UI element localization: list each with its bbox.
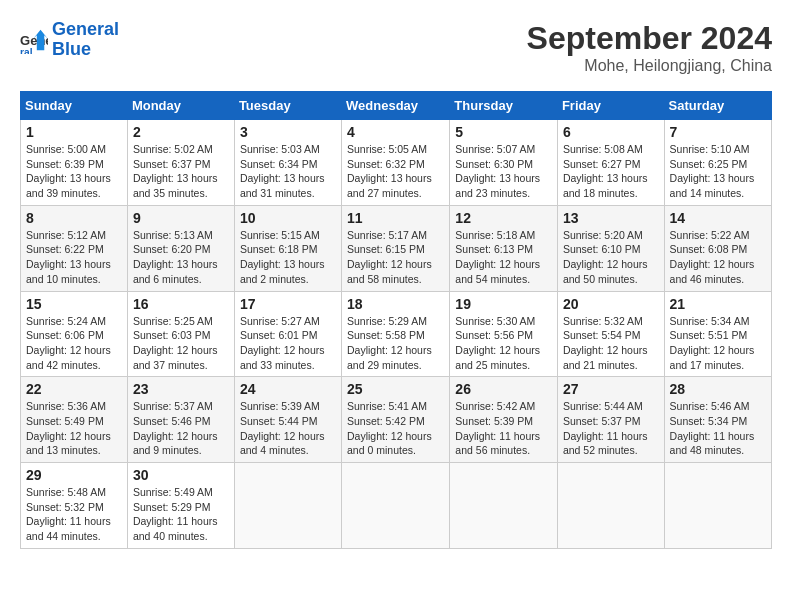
day-info: Sunrise: 5:41 AMSunset: 5:42 PMDaylight:… xyxy=(347,399,444,458)
calendar-week-4: 22 Sunrise: 5:36 AMSunset: 5:49 PMDaylig… xyxy=(21,377,772,463)
day-info: Sunrise: 5:32 AMSunset: 5:54 PMDaylight:… xyxy=(563,314,659,373)
location: Mohe, Heilongjiang, China xyxy=(527,57,772,75)
day-number: 16 xyxy=(133,296,229,312)
calendar-week-3: 15 Sunrise: 5:24 AMSunset: 6:06 PMDaylig… xyxy=(21,291,772,377)
day-number: 9 xyxy=(133,210,229,226)
day-number: 26 xyxy=(455,381,552,397)
day-number: 30 xyxy=(133,467,229,483)
calendar-cell xyxy=(234,463,341,549)
day-info: Sunrise: 5:24 AMSunset: 6:06 PMDaylight:… xyxy=(26,314,122,373)
calendar-cell: 28 Sunrise: 5:46 AMSunset: 5:34 PMDaylig… xyxy=(664,377,771,463)
weekday-row: Sunday Monday Tuesday Wednesday Thursday… xyxy=(21,92,772,120)
day-number: 28 xyxy=(670,381,766,397)
day-info: Sunrise: 5:36 AMSunset: 5:49 PMDaylight:… xyxy=(26,399,122,458)
calendar-cell: 7 Sunrise: 5:10 AMSunset: 6:25 PMDayligh… xyxy=(664,120,771,206)
day-number: 6 xyxy=(563,124,659,140)
calendar-cell: 29 Sunrise: 5:48 AMSunset: 5:32 PMDaylig… xyxy=(21,463,128,549)
calendar-cell: 13 Sunrise: 5:20 AMSunset: 6:10 PMDaylig… xyxy=(557,205,664,291)
calendar-cell: 30 Sunrise: 5:49 AMSunset: 5:29 PMDaylig… xyxy=(127,463,234,549)
day-info: Sunrise: 5:03 AMSunset: 6:34 PMDaylight:… xyxy=(240,142,336,201)
calendar-week-1: 1 Sunrise: 5:00 AMSunset: 6:39 PMDayligh… xyxy=(21,120,772,206)
calendar-cell xyxy=(664,463,771,549)
calendar-cell xyxy=(342,463,450,549)
col-saturday: Saturday xyxy=(664,92,771,120)
calendar-cell: 3 Sunrise: 5:03 AMSunset: 6:34 PMDayligh… xyxy=(234,120,341,206)
calendar-cell: 8 Sunrise: 5:12 AMSunset: 6:22 PMDayligh… xyxy=(21,205,128,291)
day-number: 29 xyxy=(26,467,122,483)
day-info: Sunrise: 5:12 AMSunset: 6:22 PMDaylight:… xyxy=(26,228,122,287)
col-wednesday: Wednesday xyxy=(342,92,450,120)
col-monday: Monday xyxy=(127,92,234,120)
calendar-cell: 14 Sunrise: 5:22 AMSunset: 6:08 PMDaylig… xyxy=(664,205,771,291)
calendar-table: Sunday Monday Tuesday Wednesday Thursday… xyxy=(20,91,772,549)
calendar-week-2: 8 Sunrise: 5:12 AMSunset: 6:22 PMDayligh… xyxy=(21,205,772,291)
day-info: Sunrise: 5:37 AMSunset: 5:46 PMDaylight:… xyxy=(133,399,229,458)
calendar-cell: 24 Sunrise: 5:39 AMSunset: 5:44 PMDaylig… xyxy=(234,377,341,463)
col-sunday: Sunday xyxy=(21,92,128,120)
month-year: September 2024 xyxy=(527,20,772,57)
calendar-cell: 18 Sunrise: 5:29 AMSunset: 5:58 PMDaylig… xyxy=(342,291,450,377)
day-number: 4 xyxy=(347,124,444,140)
day-number: 23 xyxy=(133,381,229,397)
calendar-cell: 11 Sunrise: 5:17 AMSunset: 6:15 PMDaylig… xyxy=(342,205,450,291)
day-number: 10 xyxy=(240,210,336,226)
calendar-body: 1 Sunrise: 5:00 AMSunset: 6:39 PMDayligh… xyxy=(21,120,772,549)
day-number: 20 xyxy=(563,296,659,312)
calendar-cell: 27 Sunrise: 5:44 AMSunset: 5:37 PMDaylig… xyxy=(557,377,664,463)
logo-icon: Gene ral xyxy=(20,26,48,54)
calendar-cell: 4 Sunrise: 5:05 AMSunset: 6:32 PMDayligh… xyxy=(342,120,450,206)
day-info: Sunrise: 5:17 AMSunset: 6:15 PMDaylight:… xyxy=(347,228,444,287)
day-number: 18 xyxy=(347,296,444,312)
day-number: 8 xyxy=(26,210,122,226)
calendar-cell: 26 Sunrise: 5:42 AMSunset: 5:39 PMDaylig… xyxy=(450,377,558,463)
day-number: 7 xyxy=(670,124,766,140)
day-info: Sunrise: 5:34 AMSunset: 5:51 PMDaylight:… xyxy=(670,314,766,373)
calendar-cell: 2 Sunrise: 5:02 AMSunset: 6:37 PMDayligh… xyxy=(127,120,234,206)
calendar-cell: 9 Sunrise: 5:13 AMSunset: 6:20 PMDayligh… xyxy=(127,205,234,291)
day-info: Sunrise: 5:29 AMSunset: 5:58 PMDaylight:… xyxy=(347,314,444,373)
day-info: Sunrise: 5:10 AMSunset: 6:25 PMDaylight:… xyxy=(670,142,766,201)
calendar-cell: 5 Sunrise: 5:07 AMSunset: 6:30 PMDayligh… xyxy=(450,120,558,206)
day-number: 15 xyxy=(26,296,122,312)
day-info: Sunrise: 5:20 AMSunset: 6:10 PMDaylight:… xyxy=(563,228,659,287)
calendar-cell: 17 Sunrise: 5:27 AMSunset: 6:01 PMDaylig… xyxy=(234,291,341,377)
day-number: 13 xyxy=(563,210,659,226)
calendar-header: Sunday Monday Tuesday Wednesday Thursday… xyxy=(21,92,772,120)
day-info: Sunrise: 5:08 AMSunset: 6:27 PMDaylight:… xyxy=(563,142,659,201)
day-info: Sunrise: 5:22 AMSunset: 6:08 PMDaylight:… xyxy=(670,228,766,287)
day-info: Sunrise: 5:42 AMSunset: 5:39 PMDaylight:… xyxy=(455,399,552,458)
calendar-cell: 12 Sunrise: 5:18 AMSunset: 6:13 PMDaylig… xyxy=(450,205,558,291)
calendar-cell: 20 Sunrise: 5:32 AMSunset: 5:54 PMDaylig… xyxy=(557,291,664,377)
logo: Gene ral GeneralBlue xyxy=(20,20,119,60)
page-header: Gene ral GeneralBlue September 2024 Mohe… xyxy=(20,20,772,75)
day-number: 24 xyxy=(240,381,336,397)
col-thursday: Thursday xyxy=(450,92,558,120)
calendar-week-5: 29 Sunrise: 5:48 AMSunset: 5:32 PMDaylig… xyxy=(21,463,772,549)
calendar-cell xyxy=(557,463,664,549)
calendar-cell: 21 Sunrise: 5:34 AMSunset: 5:51 PMDaylig… xyxy=(664,291,771,377)
day-info: Sunrise: 5:27 AMSunset: 6:01 PMDaylight:… xyxy=(240,314,336,373)
day-info: Sunrise: 5:15 AMSunset: 6:18 PMDaylight:… xyxy=(240,228,336,287)
day-info: Sunrise: 5:49 AMSunset: 5:29 PMDaylight:… xyxy=(133,485,229,544)
day-info: Sunrise: 5:05 AMSunset: 6:32 PMDaylight:… xyxy=(347,142,444,201)
day-info: Sunrise: 5:13 AMSunset: 6:20 PMDaylight:… xyxy=(133,228,229,287)
day-info: Sunrise: 5:46 AMSunset: 5:34 PMDaylight:… xyxy=(670,399,766,458)
day-number: 2 xyxy=(133,124,229,140)
calendar-cell xyxy=(450,463,558,549)
day-number: 21 xyxy=(670,296,766,312)
day-info: Sunrise: 5:44 AMSunset: 5:37 PMDaylight:… xyxy=(563,399,659,458)
title-area: September 2024 Mohe, Heilongjiang, China xyxy=(527,20,772,75)
day-info: Sunrise: 5:07 AMSunset: 6:30 PMDaylight:… xyxy=(455,142,552,201)
day-info: Sunrise: 5:39 AMSunset: 5:44 PMDaylight:… xyxy=(240,399,336,458)
col-friday: Friday xyxy=(557,92,664,120)
day-number: 14 xyxy=(670,210,766,226)
calendar-cell: 23 Sunrise: 5:37 AMSunset: 5:46 PMDaylig… xyxy=(127,377,234,463)
day-number: 25 xyxy=(347,381,444,397)
col-tuesday: Tuesday xyxy=(234,92,341,120)
day-number: 1 xyxy=(26,124,122,140)
calendar-cell: 10 Sunrise: 5:15 AMSunset: 6:18 PMDaylig… xyxy=(234,205,341,291)
day-info: Sunrise: 5:00 AMSunset: 6:39 PMDaylight:… xyxy=(26,142,122,201)
calendar-cell: 15 Sunrise: 5:24 AMSunset: 6:06 PMDaylig… xyxy=(21,291,128,377)
day-number: 5 xyxy=(455,124,552,140)
logo-text: GeneralBlue xyxy=(52,20,119,60)
